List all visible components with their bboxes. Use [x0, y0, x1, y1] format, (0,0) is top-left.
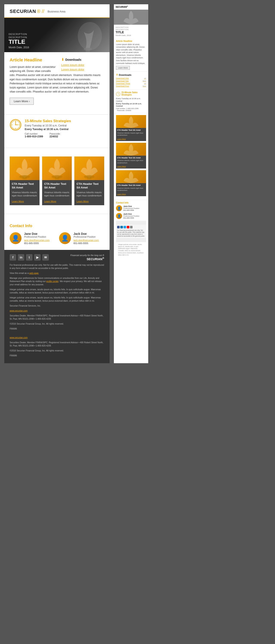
contact-title: Contact Info [10, 224, 104, 228]
sidebar-cta-card-3: CTA Header Text Sit Amet Vivamus loborti… [116, 170, 146, 196]
sidebar-cta-header-3: CTA Header Text Sit Amet [117, 184, 145, 186]
footer-lorem2: Integer pulvinar uma ornare, iaculis ips… [10, 296, 104, 302]
sidebar-dl-link-3[interactable]: Download Three [116, 82, 130, 84]
sidebar-clock-icon [116, 92, 120, 96]
website-link-1[interactable]: www.securian.com [10, 310, 28, 312]
contact-card-jane: 👤 Jane Doe Professional Position jane.do… [10, 232, 55, 244]
sidebar-dl-link-4[interactable]: Download Four [116, 85, 129, 87]
contact-name-jane: Jane Doe [24, 232, 50, 236]
contact-name-jack: Jack Doe [74, 232, 99, 236]
sidebar-dl-2: Download Two here [116, 80, 146, 82]
sidebar-cta-header-1: CTA Header Text Sit Amet [117, 129, 145, 132]
footer-company: Securian Financial Services, Inc. [10, 304, 104, 308]
logo-slash: ® // [37, 8, 45, 14]
sidebar-logo: SECURIAN® [116, 6, 128, 8]
hero-date: Month Date, 2016 [9, 46, 29, 49]
contact-email-jane[interactable]: jane.doe@securian.com [24, 239, 50, 242]
learn-more-button[interactable]: Learn More [10, 98, 34, 105]
twitter-icon[interactable]: t [26, 254, 33, 260]
sidebar-cta-cards: CTA Header Text Sit Amet Vivamus loborti… [114, 113, 148, 200]
sidebar-footer-preview: For financial professional use only. Not… [116, 221, 146, 242]
sidebar-download-icon: ⬇ [116, 74, 118, 76]
web-page-link[interactable]: web page [29, 272, 39, 274]
hero-text-block: DESCRIPTION DESCRIPTION TITLE Month Date… [4, 30, 33, 52]
contact-email-jack[interactable]: jack.doe@securian.com [74, 239, 99, 242]
svg-rect-15 [55, 176, 59, 180]
passcode-label: Passcode: [49, 132, 60, 135]
sidebar-dl-link-2[interactable]: Download Two [116, 80, 129, 82]
sidebar-person-icon-jack: 👤 [117, 214, 121, 218]
footer-tagline: Financial security for the long run.® [71, 254, 104, 256]
sidebar-hero-text: DESCRIPTION DESCRIPTION TITLE Month Date… [114, 25, 148, 38]
sidebar-person-icon-jane: 👤 [117, 206, 121, 210]
footer: f in t ▶ ✉ Financial security for the lo… [4, 250, 110, 363]
contact-cards: 👤 Jane Doe Professional Position jane.do… [10, 232, 104, 244]
cta-link-3[interactable]: Learn More [77, 200, 89, 203]
sidebar-sales-title: 15-Minute Sales Strategies [121, 91, 146, 96]
logo-text: SECURIAN [10, 8, 36, 14]
person-icon-jane: 👤 [12, 235, 19, 242]
svg-rect-17 [87, 176, 92, 180]
passcode-info: Passcode: 224032 [49, 132, 60, 138]
contact-position-jane: Professional Position [24, 236, 50, 238]
sidebar-cta-link-2[interactable]: Learn More [117, 166, 126, 168]
sidebar-contact-info-jack: Jack Doe Professional Position 651-665-5… [123, 213, 139, 219]
sidebar-cta-card-2: CTA Header Text Sit Amet Vivamus loborti… [116, 143, 146, 169]
footer-securities-1: Securities Dealer, Member FINRA/SIPC. Re… [10, 314, 104, 320]
cta-link-2[interactable]: Learn More [44, 200, 56, 203]
sidebar-downloads-title: ⬇ Downloads [116, 74, 146, 76]
facebook-icon[interactable]: f [10, 254, 16, 260]
sidebar-cta-link-1[interactable]: Learn More [117, 138, 126, 140]
sidebar-footer-text: Integer pulvinar uma ornare, iaculis ips… [116, 244, 146, 256]
cta-card-2: CTA Header Text Sit Amet Vivamus loborti… [42, 156, 72, 205]
call-info: Call number: 1-800-910-2399 [25, 132, 43, 138]
sidebar-contact-jane: 👤 Jane Doe Professional Position 651-665… [116, 205, 146, 211]
email-icon[interactable]: ✉ [42, 254, 49, 260]
sidebar-dl-size-2: here [143, 80, 146, 82]
cta-header-2: CTA Header Text Sit Amet [44, 182, 70, 190]
sidebar-sales-schedule-bold: Every Tuesday at 10:30 a.m. Central [116, 102, 146, 108]
sidebar-dl-link-1[interactable]: Download One [116, 77, 129, 80]
divider-1 [4, 114, 110, 115]
sidebar-dl-size-3: url [144, 82, 146, 84]
footer-logo: SECURIAN® [87, 256, 104, 261]
sidebar-learn-more-btn[interactable]: Learn More [116, 66, 130, 70]
sidebar-article-section: Article Headline Lorem ipsum dolor sit a… [114, 38, 148, 72]
sidebar-cta-card-1: CTA Header Text Sit Amet Vivamus loborti… [116, 115, 146, 141]
sidebar-sales-schedule: Every Tuesday at 10:30 a.m. Central [116, 98, 146, 102]
sidebar-cta-link-3[interactable]: Learn More [117, 193, 126, 195]
person-icon-jack: 👤 [61, 235, 69, 242]
sidebar-title: TITLE [116, 31, 147, 34]
sidebar-contact-info-jane: Jane Doe Professional Position 651-665-5… [123, 205, 139, 211]
sidebar-contact-title: Contact Info [116, 202, 146, 204]
linkedin-icon[interactable]: in [18, 254, 24, 260]
passcode-value: 224032 [49, 135, 60, 138]
footer-lorem1: Integer pulvinar uma ornare, iaculis ips… [10, 288, 104, 294]
business-area-label: Business Area [48, 10, 65, 13]
sidebar-contact-phone-jane: 651-665-5555 [123, 209, 139, 211]
sidebar-contact-name-jane: Jane Doe [123, 205, 139, 207]
cta-card-1: CTA Header Text Sit Amet Vivamus loborti… [10, 156, 40, 205]
sidebar-description: DESCRIPTION DESCRIPTION [116, 26, 147, 30]
profile-center-link[interactable]: profile center [46, 280, 59, 282]
download-link-2[interactable]: Lorem ipsum dolor [61, 68, 104, 71]
sidebar-avatar-jack: 👤 [116, 213, 122, 219]
sales-content: 15-Minute Sales Strategies Every Tuesday… [25, 119, 104, 138]
cta-body-3: CTA Header Text Sit Amet Vivamus loborti… [74, 180, 104, 205]
sales-schedule-bold: Every Tuesday at 10:30 a.m. Central [25, 128, 104, 131]
contact-phone-jack: 651-665-5555 [74, 242, 99, 244]
sidebar-date: Month Date, 2016 [116, 34, 147, 36]
download-link-1[interactable]: Lorem ipsum dolor [61, 63, 104, 66]
sales-schedule: Every Tuesday at 10:30 a.m. Central [25, 124, 104, 127]
youtube-icon[interactable]: ▶ [34, 254, 41, 260]
footer-brand: Financial security for the long run.® SE… [71, 254, 104, 261]
cta-text-2: Vivamus lobortis mauris eget risus condi… [44, 191, 70, 198]
sales-details: Call number: 1-800-910-2399 Passcode: 22… [25, 132, 104, 138]
website-link-2[interactable]: www.securian.com [10, 336, 28, 339]
footer-manage: Manage your preferences for future commu… [10, 276, 104, 286]
sidebar-avatar-jane: 👤 [116, 205, 122, 211]
sidebar-cta-img-3 [116, 170, 146, 183]
cta-link-1[interactable]: Learn More [12, 200, 24, 203]
contact-info-jack: Jack Doe Professional Position jack.doe@… [74, 232, 99, 244]
downloads-title: ⬇ Downloads [61, 58, 104, 62]
